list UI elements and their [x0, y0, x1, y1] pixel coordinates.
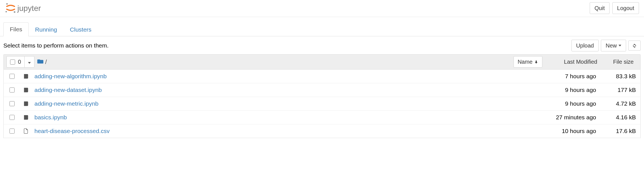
file-name-link[interactable]: adding-new-metric.ipynb [34, 100, 538, 107]
file-modified: 7 hours ago [543, 73, 599, 80]
select-all-control: 0 [6, 56, 34, 68]
selected-count: 0 [18, 59, 21, 65]
sort-name-button[interactable]: Name [514, 56, 542, 68]
row-checkbox[interactable] [10, 74, 15, 79]
caret-down-icon [28, 62, 31, 64]
row-checkbox[interactable] [10, 115, 15, 120]
col-size-header[interactable]: File size [604, 56, 638, 67]
file-size: 177 kB [604, 87, 638, 93]
file-modified: 10 hours ago [543, 128, 599, 134]
jupyter-logo[interactable]: jupyter [5, 3, 50, 14]
logout-button[interactable]: Logout [612, 2, 639, 14]
row-checkbox[interactable] [10, 129, 15, 134]
file-name-link[interactable]: adding-new-algorithm.ipynb [34, 73, 538, 80]
new-button-label: New [606, 42, 617, 49]
file-name-link[interactable]: heart-disease-processed.csv [34, 128, 538, 134]
jupyter-logo-icon: jupyter [5, 3, 50, 14]
refresh-button[interactable] [628, 41, 641, 51]
file-modified: 9 hours ago [543, 87, 599, 93]
select-menu-toggle[interactable] [25, 56, 34, 67]
file-size: 4.72 kB [604, 100, 638, 107]
file-list-header: 0 / Name Last Modified File size [3, 54, 641, 70]
file-icon [23, 128, 29, 134]
svg-point-0 [6, 3, 8, 5]
tab-running[interactable]: Running [29, 23, 63, 36]
folder-icon[interactable] [37, 58, 43, 66]
refresh-icon [632, 43, 637, 48]
row-checkbox[interactable] [10, 101, 15, 106]
toolbar-hint: Select items to perform actions on them. [3, 42, 109, 49]
file-modified: 9 hours ago [543, 100, 599, 107]
file-name-link[interactable]: basics.ipynb [34, 114, 538, 121]
file-size: 17.6 kB [604, 128, 638, 134]
app-header: jupyter Quit Logout [0, 0, 644, 17]
notebook-icon [23, 101, 29, 106]
file-row: adding-new-dataset.ipynb 9 hours ago 177… [4, 83, 640, 97]
tab-files[interactable]: Files [3, 22, 29, 36]
file-name-link[interactable]: adding-new-dataset.ipynb [34, 87, 538, 93]
select-all-checkbox[interactable] [10, 60, 15, 65]
svg-text:jupyter: jupyter [17, 4, 41, 13]
upload-button[interactable]: Upload [571, 40, 599, 51]
col-name-label: Name [518, 59, 533, 65]
notebook-icon [23, 115, 29, 120]
row-checkbox[interactable] [10, 87, 15, 92]
file-row: adding-new-metric.ipynb 9 hours ago 4.72… [4, 97, 640, 111]
svg-point-2 [6, 11, 7, 12]
notebook-icon [23, 87, 29, 93]
caret-down-icon [619, 45, 621, 46]
file-size: 83.3 kB [604, 73, 638, 80]
file-row: adding-new-algorithm.ipynb 7 hours ago 8… [4, 70, 640, 83]
tab-bar: Files Running Clusters [0, 17, 644, 36]
file-list: adding-new-algorithm.ipynb 7 hours ago 8… [3, 70, 641, 138]
file-row: heart-disease-processed.csv 10 hours ago… [4, 124, 640, 138]
toolbar: Select items to perform actions on them.… [0, 36, 644, 54]
col-modified-header[interactable]: Last Modified [545, 56, 601, 67]
file-size: 4.16 kB [604, 114, 638, 121]
header-buttons: Quit Logout [590, 2, 639, 14]
breadcrumb-root[interactable]: / [45, 58, 47, 66]
new-button[interactable]: New [601, 40, 626, 51]
arrow-down-icon [534, 60, 538, 64]
svg-point-1 [14, 11, 15, 13]
quit-button[interactable]: Quit [590, 2, 610, 14]
notebook-icon [23, 73, 29, 79]
file-modified: 27 minutes ago [543, 114, 599, 121]
file-row: basics.ipynb 27 minutes ago 4.16 kB [4, 111, 640, 124]
breadcrumb: / [37, 58, 47, 66]
tab-clusters[interactable]: Clusters [64, 23, 98, 36]
